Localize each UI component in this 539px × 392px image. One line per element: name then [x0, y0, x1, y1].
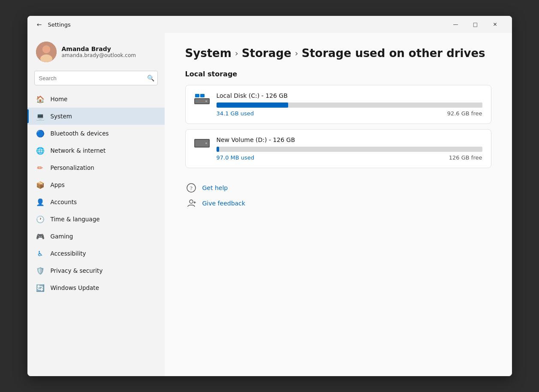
svg-rect-4	[195, 94, 199, 97]
nav-accessibility[interactable]: ♿ Accessibility	[27, 245, 165, 262]
maximize-button[interactable]: □	[466, 18, 485, 31]
drive-c-details: Local Disk (C:) - 126 GB 34.1 GB used 92…	[217, 92, 482, 117]
nav-apps[interactable]: 📦 Apps	[27, 176, 165, 193]
nav-gaming-label: Gaming	[51, 233, 73, 240]
drive-d-progress-fill	[217, 147, 219, 152]
give-feedback-icon	[185, 197, 197, 209]
sidebar: Amanda Brady amanda.brady@outlook.com 🔍 …	[27, 33, 165, 376]
breadcrumb-storage[interactable]: Storage	[242, 47, 292, 60]
settings-window: ← Settings — □ ✕	[27, 16, 512, 376]
drive-c-icon	[194, 93, 210, 105]
nav-bluetooth[interactable]: 🔵 Bluetooth & devices	[27, 125, 165, 142]
drive-c-name: Local Disk (C:) - 126 GB	[217, 92, 482, 99]
close-button[interactable]: ✕	[485, 18, 505, 31]
nav-home[interactable]: 🏠 Home	[27, 90, 165, 108]
time-icon: 🕐	[36, 215, 45, 223]
svg-point-8	[205, 100, 207, 102]
user-info: Amanda Brady amanda.brady@outlook.com	[62, 45, 136, 58]
search-input[interactable]	[34, 71, 158, 85]
get-help-item[interactable]: ? Get help	[185, 182, 491, 194]
nav-time-label: Time & language	[51, 216, 100, 223]
give-feedback-item[interactable]: Give feedback	[185, 197, 491, 209]
nav-gaming[interactable]: 🎮 Gaming	[27, 228, 165, 245]
nav-apps-label: Apps	[51, 181, 65, 188]
minimize-button[interactable]: —	[446, 18, 466, 31]
svg-rect-5	[200, 94, 205, 97]
search-box: 🔍	[34, 71, 158, 85]
drive-c-card[interactable]: Local Disk (C:) - 126 GB 34.1 GB used 92…	[185, 85, 491, 124]
drive-d-card[interactable]: New Volume (D:) - 126 GB 97.0 MB used 12…	[185, 129, 491, 168]
personalization-icon: ✏️	[36, 163, 45, 172]
back-button[interactable]: ←	[34, 19, 45, 30]
give-feedback-label[interactable]: Give feedback	[202, 200, 245, 207]
nav-update[interactable]: 🔄 Windows Update	[27, 279, 165, 296]
svg-text:?: ?	[190, 185, 193, 191]
drive-d-icon	[194, 137, 210, 149]
drive-c-stats: 34.1 GB used 92.6 GB free	[217, 110, 482, 117]
nav-bluetooth-label: Bluetooth & devices	[51, 130, 109, 137]
search-icon: 🔍	[147, 75, 154, 81]
nav-system[interactable]: 💻 System	[27, 108, 165, 125]
drive-d-details: New Volume (D:) - 126 GB 97.0 MB used 12…	[217, 136, 482, 161]
nav-time[interactable]: 🕐 Time & language	[27, 211, 165, 228]
svg-point-3	[42, 45, 50, 53]
get-help-label[interactable]: Get help	[202, 184, 228, 191]
breadcrumb-sep-1: ›	[235, 48, 238, 58]
nav-personalization[interactable]: ✏️ Personalization	[27, 159, 165, 176]
network-icon: 🌐	[36, 146, 45, 155]
accounts-icon: 👤	[36, 198, 45, 206]
drive-d-stats: 97.0 MB used 126 GB free	[217, 154, 482, 161]
drive-c-progress-fill	[217, 103, 288, 108]
nav-network-label: Network & internet	[51, 147, 106, 154]
gaming-icon: 🎮	[36, 232, 45, 241]
content-area: System › Storage › Storage used on other…	[165, 33, 512, 376]
svg-point-14	[190, 200, 193, 203]
window-controls: — □ ✕	[446, 18, 505, 31]
system-icon: 💻	[36, 112, 45, 121]
bluetooth-icon: 🔵	[36, 129, 45, 138]
nav-home-label: Home	[51, 96, 68, 103]
home-icon: 🏠	[36, 95, 45, 103]
accessibility-icon: ♿	[36, 249, 45, 258]
drive-d-progress-container	[217, 147, 482, 152]
nav-network[interactable]: 🌐 Network & internet	[27, 142, 165, 159]
help-section: ? Get help Give feedback	[185, 182, 491, 209]
privacy-icon: 🛡️	[36, 266, 45, 275]
breadcrumb-current: Storage used on other drives	[301, 47, 485, 60]
update-icon: 🔄	[36, 283, 45, 292]
breadcrumb-sep-2: ›	[295, 48, 298, 58]
titlebar-title: Settings	[48, 21, 446, 28]
user-email: amanda.brady@outlook.com	[62, 52, 136, 58]
drive-d-free: 126 GB free	[449, 154, 482, 161]
user-profile[interactable]: Amanda Brady amanda.brady@outlook.com	[27, 36, 165, 69]
breadcrumb-system[interactable]: System	[185, 47, 232, 60]
nav-accounts-label: Accounts	[51, 199, 77, 205]
drive-c-free: 92.6 GB free	[447, 110, 482, 117]
nav-privacy-label: Privacy & security	[51, 267, 103, 274]
get-help-icon: ?	[185, 182, 197, 194]
section-title: Local storage	[185, 70, 491, 78]
drive-d-used: 97.0 MB used	[217, 154, 255, 161]
drive-c-progress-container	[217, 103, 482, 108]
nav-accounts[interactable]: 👤 Accounts	[27, 193, 165, 211]
user-name: Amanda Brady	[62, 45, 136, 52]
nav-privacy[interactable]: 🛡️ Privacy & security	[27, 262, 165, 279]
avatar-image	[36, 42, 57, 62]
nav-update-label: Windows Update	[51, 284, 99, 291]
nav-system-label: System	[51, 113, 72, 120]
nav-personalization-label: Personalization	[51, 164, 94, 171]
titlebar: ← Settings — □ ✕	[27, 16, 512, 33]
avatar	[36, 42, 57, 62]
breadcrumb: System › Storage › Storage used on other…	[185, 47, 491, 60]
svg-point-11	[205, 142, 207, 144]
drive-d-name: New Volume (D:) - 126 GB	[217, 136, 482, 143]
main-content: Amanda Brady amanda.brady@outlook.com 🔍 …	[27, 33, 512, 376]
nav-accessibility-label: Accessibility	[51, 250, 86, 257]
apps-icon: 📦	[36, 181, 45, 189]
drive-c-used: 34.1 GB used	[217, 110, 254, 117]
